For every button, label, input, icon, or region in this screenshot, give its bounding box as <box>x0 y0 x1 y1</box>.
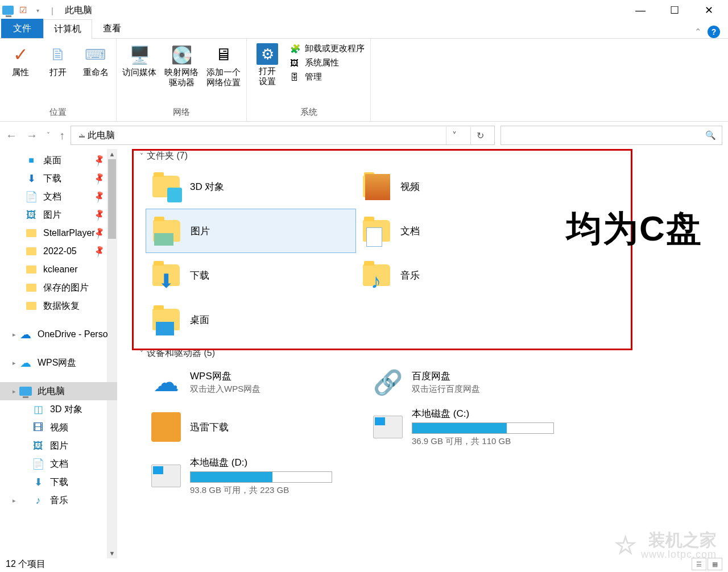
pin-icon: 📌 <box>92 171 106 185</box>
sidebar-item[interactable]: ▸此电脑 <box>0 382 117 400</box>
folder-icon: ⬇ <box>25 172 38 185</box>
add-network-location-button[interactable]: 🖥 添加一个 网络位置 <box>206 43 241 88</box>
monitor-icon: 🖥 <box>212 43 235 66</box>
sidebar-item[interactable]: 数据恢复 <box>0 297 117 315</box>
folder-item[interactable]: 文档 <box>356 209 566 253</box>
folder-item[interactable]: ⬇下载 <box>146 253 356 297</box>
back-button[interactable]: ← <box>6 129 17 142</box>
chevron-right-icon[interactable]: › <box>80 130 83 140</box>
folder-icon: 📄 <box>25 190 38 203</box>
device-item[interactable]: 🔗百度网盘双击运行百度网盘 <box>367 362 578 403</box>
uninstall-programs-button[interactable]: 🧩 卸载或更改程序 <box>290 43 365 54</box>
folder-icon <box>361 171 392 202</box>
folder-icon <box>150 304 182 335</box>
watermark: ☆ 装机之家 www.lotpc.com <box>614 530 717 561</box>
group-label-network: 网络 <box>173 106 190 120</box>
tab-file[interactable]: 文件 <box>1 19 43 38</box>
ribbon-group-location: ✓ 属性 🗎 打开 ⌨ 重命名 位置 <box>0 39 117 121</box>
sidebar-item[interactable]: StellarPlayer📌 <box>0 224 117 242</box>
up-button[interactable]: ↑ <box>59 129 65 142</box>
system-properties-button[interactable]: 🖼 系统属性 <box>290 57 365 68</box>
sidebar-item[interactable]: ▸♪音乐 <box>0 491 117 509</box>
sidebar-item[interactable]: ▸☁OneDrive - Perso <box>0 325 117 343</box>
minimize-button[interactable]: — <box>623 0 657 20</box>
sidebar-item[interactable]: 🖼图片 <box>0 437 117 455</box>
forward-button[interactable]: → <box>26 129 38 142</box>
folder-label: 音乐 <box>400 269 420 282</box>
refresh-button[interactable]: ↻ <box>470 127 490 144</box>
sidebar-item[interactable]: ▸☁WPS网盘 <box>0 354 117 372</box>
manage-button[interactable]: 🗄 管理 <box>290 72 365 82</box>
device-subtitle: 双击运行百度网盘 <box>412 384 573 395</box>
rename-icon: ⌨ <box>84 43 107 66</box>
sidebar-item[interactable]: 🎞视频 <box>0 418 117 437</box>
folder-icon <box>151 215 183 247</box>
sidebar-item-label: 文档 <box>43 191 61 203</box>
sidebar-item-label: 图片 <box>43 209 61 221</box>
rename-button[interactable]: ⌨ 重命名 <box>81 43 110 77</box>
folder-icon: ♪ <box>32 494 44 507</box>
sidebar-item-label: 文档 <box>50 458 68 470</box>
folder-item[interactable]: 图片 <box>146 209 356 253</box>
search-input[interactable]: 🔍 <box>500 126 722 145</box>
watermark-url: www.lotpc.com <box>641 549 717 561</box>
sidebar-item[interactable]: ◫3D 对象 <box>0 400 117 418</box>
section-header-folders[interactable]: ˅ 文件夹 (7) <box>123 149 722 164</box>
help-icon[interactable]: ? <box>708 26 720 38</box>
open-settings-button[interactable]: ⚙ 打开 设置 <box>253 43 282 86</box>
folder-icon <box>25 227 38 239</box>
access-media-button[interactable]: 🖥️ 访问媒体 <box>122 43 156 77</box>
properties-button[interactable]: ✓ 属性 <box>6 43 35 77</box>
checkbox-icon[interactable]: ☑ <box>17 5 28 16</box>
folder-item[interactable]: ♪音乐 <box>356 253 566 297</box>
address-dropdown-icon[interactable]: ˅ <box>446 127 462 144</box>
device-item[interactable]: 本地磁盘 (C:)36.9 GB 可用，共 110 GB <box>367 403 578 451</box>
close-button[interactable]: ✕ <box>692 0 726 20</box>
drive-icon: 💽 <box>170 43 193 66</box>
disk-usage-bar <box>190 471 332 483</box>
device-item[interactable]: 迅雷下载 <box>146 403 356 451</box>
window-title: 此电脑 <box>65 5 92 16</box>
group-label-location: 位置 <box>49 106 67 120</box>
sidebar-item[interactable]: ⬇下载 <box>0 473 117 491</box>
sysprops-icon: 🖼 <box>290 58 300 68</box>
sidebar-item-label: 保存的图片 <box>43 282 89 294</box>
search-icon: 🔍 <box>705 130 716 140</box>
sidebar-item[interactable]: 📄文档📌 <box>0 188 117 206</box>
sidebar-item-label: 2022-05 <box>43 246 77 256</box>
sidebar-item[interactable]: 📄文档 <box>0 455 117 473</box>
sidebar-item[interactable]: ■桌面📌 <box>0 151 117 169</box>
sidebar-item-label: 桌面 <box>43 155 61 167</box>
section-header-devices[interactable]: ˅ 设备和驱动器 (5) <box>123 345 722 362</box>
folder-item[interactable]: 桌面 <box>146 297 356 342</box>
breadcrumb-this-pc[interactable]: 此电脑 <box>88 130 115 142</box>
device-item[interactable]: ☁WPS网盘双击进入WPS网盘 <box>146 362 356 403</box>
ribbon-group-system: ⚙ 打开 设置 🧩 卸载或更改程序 🖼 系统属性 🗄 管理 系统 <box>247 39 371 121</box>
sidebar-item[interactable]: kcleaner <box>0 260 117 279</box>
tab-computer[interactable]: 计算机 <box>43 19 92 39</box>
sidebar-item[interactable]: 2022-05📌 <box>0 242 117 260</box>
folder-icon <box>150 171 182 202</box>
folder-item[interactable]: 视频 <box>356 164 566 209</box>
sidebar-item-label: 数据恢复 <box>43 300 80 312</box>
open-button[interactable]: 🗎 打开 <box>43 43 73 77</box>
collapse-ribbon-icon[interactable]: ⌃ <box>694 27 702 37</box>
device-item[interactable]: 本地磁盘 (D:)93.8 GB 可用，共 223 GB <box>146 451 356 500</box>
device-title: 本地磁盘 (C:) <box>412 407 573 420</box>
qat-dropdown-icon[interactable]: ▾ <box>32 5 43 16</box>
recent-dropdown-icon[interactable]: ˅ <box>47 131 50 139</box>
quick-access-toolbar: ☑ ▾ | 此电脑 <box>2 5 92 16</box>
star-icon: ☆ <box>614 532 636 559</box>
sidebar-item[interactable]: 保存的图片 <box>0 279 117 297</box>
sidebar-item[interactable]: ⬇下载📌 <box>0 169 117 188</box>
devices-grid: ☁WPS网盘双击进入WPS网盘🔗百度网盘双击运行百度网盘迅雷下载本地磁盘 (C:… <box>123 362 722 500</box>
map-drive-button[interactable]: 💽 映射网络 驱动器 <box>164 43 198 88</box>
sidebar-item[interactable]: 🖼图片📌 <box>0 206 117 224</box>
tab-view[interactable]: 查看 <box>92 19 132 38</box>
folder-item[interactable]: 3D 对象 <box>146 164 356 209</box>
maximize-button[interactable]: ☐ <box>657 0 692 20</box>
address-bar[interactable]: › 此电脑 ˅ ↻ <box>71 126 495 145</box>
folder-icon <box>25 300 38 312</box>
folder-icon: ⬇ <box>150 259 182 291</box>
group-label-system: 系统 <box>300 106 317 120</box>
